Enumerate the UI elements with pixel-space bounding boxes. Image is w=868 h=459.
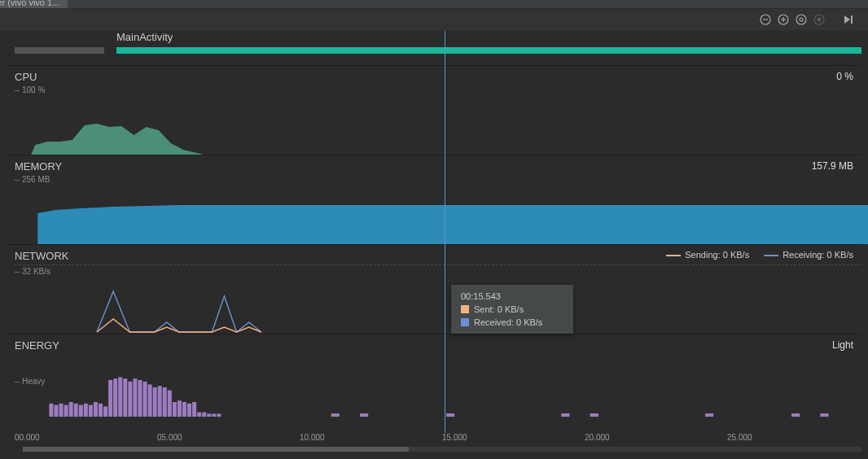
cpu-value: 0 % — [836, 71, 853, 82]
profiler-area: MainActivity CPU 0 % 100 % MEMORY 157.9 … — [7, 31, 861, 452]
svg-rect-21 — [103, 406, 107, 417]
svg-rect-50 — [705, 413, 713, 417]
svg-rect-47 — [446, 413, 454, 417]
svg-rect-28 — [138, 380, 142, 417]
cpu-panel[interactable]: CPU 0 % 100 % — [7, 65, 861, 155]
attach-icon — [813, 13, 826, 26]
activity-track: MainActivity — [7, 31, 861, 65]
svg-rect-32 — [158, 386, 162, 417]
network-tooltip: 00:15.543 Sent: 0 KB/s Received: 0 KB/s — [451, 285, 573, 334]
network-scale-label: 32 KB/s — [15, 264, 861, 276]
cpu-title: CPU — [15, 71, 37, 83]
svg-rect-12 — [59, 404, 64, 417]
svg-point-6 — [800, 18, 803, 21]
svg-rect-42 — [207, 413, 211, 417]
svg-rect-41 — [202, 413, 206, 417]
svg-rect-37 — [182, 402, 186, 417]
svg-point-8 — [818, 18, 822, 22]
playhead-line[interactable] — [445, 31, 445, 433]
energy-title: ENERGY — [15, 339, 59, 352]
network-panel[interactable]: NETWORK Sending: 0 KB/s Receiving: 0 KB/… — [7, 244, 861, 334]
activity-pre-segment — [15, 47, 104, 54]
svg-rect-31 — [153, 387, 157, 417]
svg-rect-23 — [113, 378, 117, 417]
svg-rect-39 — [192, 402, 196, 417]
profiler-toolbar — [0, 8, 868, 31]
svg-rect-52 — [820, 413, 828, 417]
zoom-out-icon[interactable] — [759, 13, 772, 26]
network-receiving-label: Receiving: 0 KB/s — [783, 250, 853, 260]
memory-value: 157.9 MB — [812, 160, 853, 172]
network-chart — [15, 277, 868, 334]
svg-rect-27 — [133, 378, 137, 417]
svg-rect-13 — [64, 405, 68, 417]
svg-rect-44 — [217, 413, 221, 417]
svg-rect-26 — [128, 382, 132, 417]
svg-rect-38 — [187, 404, 191, 417]
tooltip-sent: Sent: 0 KB/s — [474, 304, 524, 314]
svg-rect-25 — [123, 378, 127, 417]
memory-scale-label: 256 MB — [15, 175, 50, 184]
timeline-tick: 15.000 — [442, 433, 467, 442]
svg-rect-45 — [331, 413, 340, 417]
cpu-chart — [15, 98, 868, 155]
svg-rect-15 — [74, 404, 78, 417]
svg-rect-35 — [173, 402, 177, 417]
network-sending-label: Sending: 0 KB/s — [685, 250, 749, 260]
svg-rect-34 — [168, 391, 172, 417]
timeline-scrollbar[interactable] — [23, 447, 861, 452]
timeline-tick: 20.000 — [585, 433, 610, 442]
timeline-tick: 05.000 — [157, 433, 182, 442]
svg-rect-51 — [791, 413, 800, 417]
activity-label: MainActivity — [116, 31, 173, 43]
tooltip-time: 00:15.543 — [461, 291, 563, 301]
svg-rect-43 — [212, 413, 216, 417]
timeline-tick: 25.000 — [727, 433, 752, 442]
svg-rect-36 — [178, 400, 182, 417]
svg-rect-22 — [108, 380, 112, 417]
svg-rect-29 — [143, 382, 147, 417]
svg-rect-24 — [118, 377, 122, 417]
energy-chart — [15, 368, 868, 417]
timeline-scrollbar-thumb[interactable] — [23, 447, 409, 452]
svg-rect-9 — [851, 15, 853, 24]
activity-running-segment[interactable] — [116, 47, 861, 54]
timeline-axis[interactable]: 00.00005.00010.00015.00020.00025.000 — [15, 433, 861, 452]
svg-rect-30 — [148, 384, 152, 417]
svg-rect-14 — [69, 402, 73, 417]
svg-rect-19 — [94, 402, 98, 417]
svg-rect-33 — [163, 387, 167, 417]
svg-point-5 — [796, 15, 806, 24]
timeline-tick: 10.000 — [300, 433, 325, 442]
memory-panel[interactable]: MEMORY 157.9 MB 256 MB — [7, 155, 861, 244]
go-live-icon[interactable] — [842, 13, 855, 26]
sent-swatch — [461, 305, 469, 313]
svg-rect-18 — [89, 405, 93, 417]
svg-rect-10 — [49, 404, 53, 417]
svg-rect-40 — [197, 413, 201, 417]
energy-value: Light — [832, 339, 853, 351]
svg-rect-11 — [54, 405, 58, 417]
tooltip-received: Received: 0 KB/s — [474, 317, 542, 327]
timeline-tick: 00.000 — [15, 433, 40, 442]
svg-rect-46 — [360, 413, 368, 417]
svg-rect-49 — [590, 413, 598, 417]
zoom-in-icon[interactable] — [777, 13, 790, 26]
energy-panel[interactable]: ENERGY Light Heavy — [7, 334, 861, 417]
network-title: NETWORK — [15, 250, 68, 262]
svg-rect-48 — [561, 413, 569, 417]
memory-title: MEMORY — [15, 160, 62, 173]
received-swatch — [461, 318, 469, 326]
svg-rect-17 — [84, 404, 88, 417]
cpu-scale-label: 100 % — [15, 85, 45, 94]
window-chrome: yloader (vivo vivo 1... — [0, 0, 868, 8]
svg-rect-20 — [99, 404, 103, 417]
zoom-reset-icon[interactable] — [795, 13, 808, 26]
network-legend: Sending: 0 KB/s Receiving: 0 KB/s — [666, 250, 853, 260]
svg-rect-16 — [79, 405, 83, 417]
memory-chart — [15, 187, 868, 244]
